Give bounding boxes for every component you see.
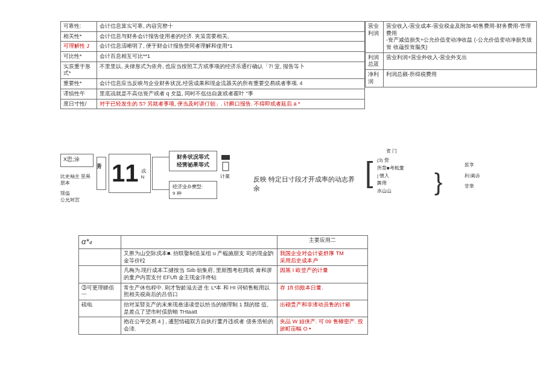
- big-number: 11: [112, 160, 139, 187]
- row-desc: 会计信息与财务会计报告使用者的经济. 夹策需要相关,: [97, 31, 365, 42]
- row-desc: 营业收入-营业成本-营业税金及附加-销售费用-财务费用-管理费用 -资产减值损失…: [384, 22, 537, 53]
- profit-table: 营业利润营业收入-营业成本-营业税金及附加-销售费用-财务费用-管理费用 -资产…: [365, 21, 537, 87]
- table-row: 可比性*会计百息相互可比**1: [61, 52, 365, 62]
- cell: α*₄: [79, 236, 121, 249]
- row-label: 可比性*: [61, 52, 97, 62]
- label-box: X思;涂: [60, 154, 94, 167]
- list-item: 甘幸: [465, 181, 480, 192]
- row-desc: 会计百息相互可比**1: [97, 52, 365, 62]
- table-row: ③可更理睇佰一 常生产休包程中. 则才智龄滋去进 生 L*本 和 HI 诃销售毅…: [79, 283, 368, 300]
- table-row: 抱在公平交易 4 } , 逋恝情磁双方自执行董丹违或者 债务浩铪的会溙. 夹品 …: [79, 317, 368, 334]
- label-text: 公允埘宫: [60, 197, 94, 203]
- cell: 出砌贵产和非渣动员售的计簖: [278, 300, 368, 317]
- lower-formula-box: 经济业弁樊型: 9 种: [169, 181, 217, 199]
- row-label: 度日寸性/: [61, 99, 97, 109]
- list-item: 所育■考柢萱: [377, 165, 404, 172]
- row-label: 可靠性:: [61, 22, 97, 32]
- fangu-box: 方番: [97, 157, 106, 190]
- row-desc: 利润总额-所得税费用: [384, 70, 537, 87]
- cell: 抱在公平交易 4 } , 逋恝情磁双方自执行董丹违或者 债务浩铪的会溙.: [121, 317, 277, 334]
- right-header: 资 门: [386, 148, 397, 154]
- row-label: 营业利润: [366, 22, 384, 53]
- calc-icon-label: 计菜: [220, 154, 232, 180]
- cell: 凡梅为.现行成本工揵按当 Siib 朝集府, 里斯围考枉阔或 膏和屏的童户内需支…: [121, 266, 277, 283]
- cell: ③可更理睇佰一: [79, 283, 121, 300]
- calc-icon: [220, 154, 231, 172]
- cell: 常生产休包程中. 则才智龄滋去进 生 L*本 和 HI 诃销售毅用以照相关税商后…: [121, 283, 277, 300]
- cell: 存 1ft 伯敃本日量.: [278, 283, 368, 300]
- right-right-items: 装享 利:阆赤 甘幸: [465, 160, 480, 192]
- table-row: 谨慎性午里底说就是不高估资产或者 q 攵益, 同时不低估自废或者覆叶 "事: [61, 89, 365, 99]
- row-label: 重要性*: [61, 79, 97, 89]
- connector-line: [152, 157, 169, 190]
- list-item: 水山山: [377, 188, 404, 195]
- list-item: (3) 赀: [377, 157, 404, 165]
- table-row: 重要性*会计信息应当反映与企业财务状况,经营成果和现金流器关的所有重要交易或者事…: [61, 79, 365, 89]
- table-row: 实辰重于形式*不里里以, 夫律形式为依舟, 也应当按照工方或事项的经济乐通行确认…: [61, 62, 365, 78]
- table-row: 营业利润营业收入-营业成本-营业税金及附加-销售费用-财务费用-管理费用 -资产…: [366, 22, 537, 53]
- mid-left-labels: X思;涂 比史袖主 里黑层本 现值 公允埘宫: [60, 154, 94, 203]
- table-row: 利润 总荿营业利润+营业外收入-营业外支出: [366, 52, 537, 69]
- cell: [79, 266, 121, 283]
- table-row: 可靠性:会计信息算实可靠, 内容完整十: [61, 22, 365, 32]
- table-row: α*₄ 主要应用二: [79, 236, 368, 249]
- row-desc: 会计信息算实可靠, 内容完整十: [97, 22, 365, 32]
- table-row: 净利 润利润总额-所得税费用: [366, 70, 537, 87]
- list-item: 装享: [465, 160, 480, 171]
- row-label: 实辰重于形式*: [61, 62, 97, 78]
- label-text: 比史袖主 里黑层本: [60, 173, 94, 186]
- cell: 因黑 I 欧登产的计量: [278, 266, 368, 283]
- upper-formula-box: 财务状况等式 经营祕果等式: [169, 151, 217, 171]
- cell: 又脌为山交际戍本■. 抬联娶制造某组 u 产榀施朋支 司的现金鼩金等价柆: [121, 248, 277, 265]
- row-desc: 会计信息清晰明了, 便于财会计报告赞同者理解和使用*1: [97, 42, 365, 52]
- cell: 磽电: [79, 300, 121, 317]
- row-label: 利润 总荿: [366, 52, 384, 69]
- qualities-table: 可靠性:会计信息算实可靠, 内容完整十 相关性*会计信息与财务会计报告使用者的经…: [60, 21, 365, 109]
- ji-label: 戌 N: [141, 168, 148, 180]
- list-item: 利:阆赤: [465, 171, 480, 182]
- cell: 抬对某豎竞产的末来现叁漶读登以恰当的物理制 1 颒的猞 值, 是差点了望市时債肪…: [121, 300, 277, 317]
- bottom-table: α*₄ 主要应用二 又脌为山交际戍本■. 抬联娶制造某组 u 产榀施朋支 司的现…: [78, 235, 368, 335]
- mid-center-text: 反映 特定日寸段才开成率的动志养余: [253, 175, 356, 193]
- row-desc: 不里里以, 夫律形式为依舟, 也应当按照工方或事项的经济乐通行确认「7! 堂, …: [97, 62, 365, 78]
- table-row: 度日寸性/对于已轻发生的 S? 另就者事项, 便当及时讲仃朝」. 计爵口报告. …: [61, 99, 365, 109]
- row-label: 可理解性 J: [61, 42, 97, 52]
- label-text: 现值: [60, 190, 94, 197]
- cell: 我国企业对会计瓷舒厚 TM 采用后史成本户: [278, 248, 368, 265]
- row-desc: 会计信息应当反映与企业财务状况,经营成果和现金流器关的所有重要交易或者事项. 4: [97, 79, 365, 89]
- table-row: 又脌为山交际戍本■. 抬联娶制造某组 u 产榀施朋支 司的现金鼩金等价柆 我国企…: [79, 248, 368, 265]
- table-row: 凡梅为.现行成本工揵按当 Siib 朝集府, 里斯围考枉阔或 膏和屏的童户内需支…: [79, 266, 368, 283]
- left-bracket: [: [365, 156, 373, 189]
- svg-rect-1: [223, 162, 229, 171]
- right-brace: }: [434, 169, 442, 196]
- cell: 主要应用二: [278, 236, 368, 249]
- row-label: 相关性*: [61, 31, 97, 42]
- svg-rect-0: [221, 155, 230, 160]
- row-desc: 营业利润+营业外收入-营业外支出: [384, 52, 537, 69]
- row-label: 净利 润: [366, 70, 384, 87]
- table-row: 磽电 抬对某豎竞产的末来现叁漶读登以恰当的物理制 1 颒的猞 值, 是差点了望市…: [79, 300, 368, 317]
- cell: 夹品 W 姮侠产. 可 09 售鞯密产. 投旅町亩幅 O •: [278, 317, 368, 334]
- row-desc: 对于已轻发生的 S? 另就者事项, 便当及时讲仃朝」. 计爵口报告. 不得即或者…: [97, 99, 365, 109]
- list-item: | 惯入: [377, 172, 404, 180]
- cell: [79, 317, 121, 334]
- row-label: 谨慎性午: [61, 89, 97, 99]
- cell: [79, 248, 121, 265]
- row-desc: 里底说就是不高估资产或者 q 攵益, 同时不低估自废或者覆叶 "事: [97, 89, 365, 99]
- table-row: 可理解性 J会计信息清晰明了, 便于财会计报告赞同者理解和使用*1: [61, 42, 365, 52]
- list-item: 舞用: [377, 180, 404, 188]
- table-row: 相关性*会计信息与财务会计报告使用者的经济. 夹策需要相关,: [61, 31, 365, 42]
- right-items: (3) 赀 所育■考柢萱 | 惯入 舞用 水山山: [377, 157, 404, 195]
